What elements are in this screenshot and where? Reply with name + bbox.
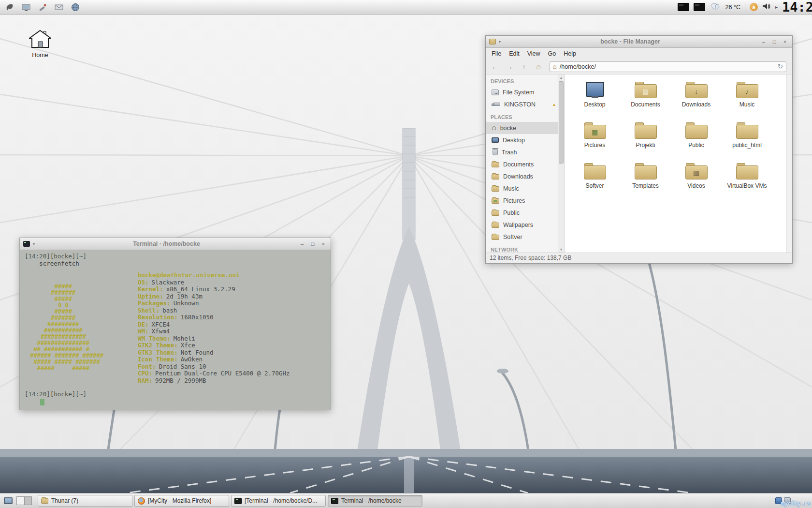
file-icon[interactable]: public_html [722, 121, 772, 160]
close-button[interactable]: × [781, 38, 789, 45]
sidebar-item-icon [492, 162, 499, 167]
info-line: GTK3 Theme:Not Found [138, 349, 290, 357]
minimize-button[interactable]: – [298, 240, 306, 248]
sidebar-item-icon [492, 124, 496, 132]
minimize-button[interactable]: – [760, 38, 768, 45]
sidebar-item[interactable]: bocke ▲ [486, 122, 558, 134]
terminal-preview-icon[interactable] [678, 3, 689, 11]
sidebar-item[interactable]: Music ▲ [486, 182, 558, 194]
sidebar-item[interactable]: KINGSTON ▲ [486, 98, 558, 110]
sidebar-item-label: Softver [503, 234, 522, 240]
lcd-clock[interactable]: 14:21 [782, 0, 812, 15]
sidebar-item-label: Documents [503, 161, 534, 168]
browser-icon[interactable] [70, 1, 81, 13]
workspace-pager[interactable] [16, 496, 32, 505]
file-icon[interactable]: Public [671, 121, 721, 160]
taskbar-window-button[interactable]: Terminal - /home/bocke [328, 495, 422, 507]
maximize-button[interactable]: □ [770, 38, 778, 45]
file-manager-titlebar[interactable]: ▾ bocke - File Manager – □ × [486, 36, 792, 48]
scrollbar-thumb[interactable] [559, 81, 564, 164]
info-line: WM Theme:Moheli [138, 335, 290, 343]
up-button[interactable]: ↑ [518, 61, 530, 73]
sidebar-item[interactable]: Public ▲ [486, 207, 558, 219]
file-icon[interactable]: Videos [671, 162, 721, 201]
file-name-label: Videos [671, 182, 721, 189]
info-line: OS:Slackware [138, 279, 290, 286]
xfce-menu-icon[interactable] [4, 1, 15, 13]
forward-button[interactable]: → [503, 61, 516, 73]
terminal-window-title: Terminal - /home/bocke [38, 240, 295, 247]
window-icon [331, 498, 338, 504]
system-info: bocke@deathstar.universe.uni OS:Slackwar… [138, 272, 290, 384]
terminal-window: ▾ Terminal - /home/bocke – □ × [14:20][b… [19, 238, 331, 410]
screenshot-icon[interactable] [20, 1, 32, 13]
eject-icon[interactable]: ▲ [552, 102, 556, 107]
sidebar-item[interactable]: Desktop ▲ [486, 134, 558, 146]
back-button[interactable]: ← [489, 61, 501, 73]
sidebar-item[interactable]: Softver ▲ [486, 231, 558, 243]
window-icon [138, 497, 145, 505]
gimp-icon[interactable] [37, 1, 48, 13]
reload-icon[interactable]: ↻ [778, 63, 783, 70]
file-icon[interactable]: Templates [621, 162, 670, 201]
show-desktop-button[interactable] [4, 497, 13, 504]
file-icon[interactable]: Desktop [570, 81, 620, 120]
file-icon[interactable]: Music [722, 81, 772, 120]
menu-item[interactable]: Edit [505, 49, 523, 58]
taskbar-window-button[interactable]: Thunar (7) [38, 495, 132, 507]
terminal-app-icon[interactable] [23, 241, 30, 247]
menubar: FileEditViewGoHelp [486, 48, 792, 59]
mail-icon[interactable] [53, 1, 65, 13]
close-button[interactable]: × [319, 240, 327, 248]
file-icon[interactable]: Documents [621, 81, 670, 120]
taskbar-window-button[interactable]: [MyCity - Mozilla Firefox] [134, 495, 229, 507]
terminal-titlebar[interactable]: ▾ Terminal - /home/bocke – □ × [20, 238, 331, 250]
sidebar-item[interactable]: Pictures ▲ [486, 194, 558, 207]
file-view[interactable]: Desktop Documents Downloads Musi [565, 75, 792, 253]
sidebar-item-icon [492, 223, 499, 228]
notifier-icon[interactable]: a [750, 3, 758, 11]
scroll-down-icon[interactable]: ▼ [558, 246, 564, 253]
folder-icon [584, 121, 606, 140]
info-line: CPU:Pentium Dual-Core CPU E5400 @ 2.70GH… [138, 370, 290, 377]
menu-item[interactable]: Go [544, 49, 560, 58]
window-menu-icon[interactable]: ▾ [33, 242, 35, 246]
file-icon[interactable]: VirtualBox VMs [722, 162, 772, 201]
folder-icon [584, 162, 606, 180]
terminal-body[interactable]: [14:20][bocke][~] screenfetch ##### ####… [20, 250, 331, 410]
file-name-label: Music [722, 101, 772, 108]
scroll-up-icon[interactable]: ▲ [558, 75, 564, 81]
sidebar-item[interactable]: File System ▲ [486, 86, 558, 98]
window-menu-icon[interactable]: ▾ [499, 40, 501, 44]
sidebar-item[interactable]: Documents ▲ [486, 158, 558, 170]
sidebar-devices-header: DEVICES [486, 75, 558, 86]
home-button[interactable]: ⌂ [532, 61, 545, 73]
panel-expander-icon[interactable]: ▸ [775, 4, 778, 10]
sidebar-scrollbar[interactable]: ▲ ▼ [558, 75, 564, 253]
sidebar-item[interactable]: Downloads ▲ [486, 170, 558, 182]
sidebar-item-icon [492, 137, 499, 143]
desktop-home-icon[interactable]: Home [23, 30, 57, 59]
file-view-scrollbar[interactable] [786, 75, 792, 253]
file-icon[interactable]: Pictures [570, 121, 620, 160]
sidebar-item[interactable]: Trash ▲ [486, 146, 558, 158]
file-icon[interactable]: Projekti [621, 121, 670, 160]
file-manager-app-icon[interactable] [489, 39, 496, 45]
weather-icon[interactable] [710, 2, 721, 13]
volume-icon[interactable] [762, 2, 771, 12]
taskbar-window-button[interactable]: [Terminal - /home/bocke/D... [231, 495, 326, 507]
window-icon [234, 498, 242, 504]
menu-item[interactable]: File [488, 49, 505, 58]
menu-item[interactable]: Help [560, 49, 580, 58]
path-field[interactable]: ⌂ /home/bocke/ ↻ [550, 61, 786, 72]
maximize-button[interactable]: □ [309, 240, 317, 248]
file-name-label: Public [671, 142, 721, 149]
sidebar-item-label: Music [503, 185, 519, 192]
sidebar-item[interactable]: Wallpapers ▲ [486, 219, 558, 231]
sidebar-item-icon [492, 90, 499, 95]
sidebar-network-header: NETWORK [486, 243, 558, 253]
file-icon[interactable]: Downloads [671, 81, 721, 120]
terminal-preview-icon[interactable] [694, 3, 705, 11]
file-icon[interactable]: Softver [570, 162, 620, 201]
menu-item[interactable]: View [523, 49, 544, 58]
